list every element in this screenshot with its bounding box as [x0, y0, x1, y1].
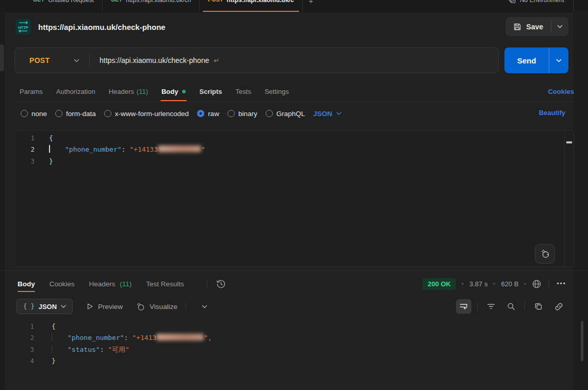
chevron-down-icon	[74, 59, 79, 62]
tab-scripts[interactable]: Scripts	[199, 82, 222, 101]
sidebar-expand-handle[interactable]	[0, 44, 4, 71]
response-editor-actions	[456, 299, 566, 314]
chevron-down-icon	[61, 305, 66, 308]
response-history-button[interactable]	[216, 279, 226, 289]
radio-x-www-form-urlencoded[interactable]: x-www-form-urlencoded	[104, 110, 189, 118]
beautify-link[interactable]: Beautify	[539, 109, 565, 117]
request-tab-3-active[interactable]: POST https://api.xiaomu.uk/c	[200, 0, 302, 12]
raw-format-dropdown[interactable]: JSON	[313, 110, 341, 118]
request-tab-2[interactable]: GET https://api.xiaomu.uk/ch	[103, 0, 200, 12]
tab-tests[interactable]: Tests	[236, 82, 251, 101]
separator-dot	[524, 283, 526, 285]
separator-dot	[493, 283, 495, 285]
copy-link-button[interactable]	[551, 299, 566, 314]
response-body-viewer[interactable]: 1 { 2 "phone_number": "+1413", 3 "status…	[14, 319, 574, 390]
cookies-link[interactable]: Cookies	[548, 82, 574, 101]
response-tab-test-results[interactable]: Test Results	[146, 275, 184, 293]
preview-button[interactable]: Preview	[86, 303, 123, 311]
method-badge: POST	[208, 0, 223, 4]
wrap-text-button[interactable]	[456, 299, 471, 314]
filter-button[interactable]	[483, 299, 499, 314]
text-cursor	[49, 145, 50, 153]
divider	[549, 280, 549, 288]
radio-binary[interactable]: binary	[227, 110, 257, 118]
tab-body-active[interactable]: Body	[161, 82, 186, 101]
response-time: 3.87 s	[469, 280, 487, 288]
environment-label: No Environment	[520, 0, 564, 4]
radio-circle-icon	[21, 110, 28, 117]
section-resize-divider[interactable]	[0, 270, 588, 271]
url-bar: POST https://api.xiaomu.uk/check-phone ↵	[14, 47, 499, 73]
divider	[477, 302, 478, 311]
radio-circle-icon	[55, 110, 62, 117]
network-info-button[interactable]	[532, 279, 542, 289]
method-dropdown-button[interactable]	[74, 59, 79, 62]
response-section-tabs: Body Cookies Headers (11) Test Results	[18, 273, 226, 294]
radio-circle-icon	[104, 110, 111, 117]
response-size: 620 B	[501, 280, 518, 288]
radio-form-data[interactable]: form-data	[55, 110, 96, 118]
code-line: 1 {	[15, 133, 574, 144]
enter-key-hint: ↵	[214, 57, 219, 64]
send-button-group: Send	[504, 47, 568, 73]
window-scrollbar-thumb[interactable]	[581, 321, 583, 361]
chevron-down-icon	[557, 25, 563, 28]
send-button[interactable]: Send	[504, 47, 549, 73]
editor-scrollbar-thumb[interactable]	[566, 141, 572, 143]
copy-button[interactable]	[531, 299, 546, 314]
tab-settings[interactable]: Settings	[265, 82, 289, 101]
request-tab-strip: GET Untitled Request GET https://api.xia…	[25, 0, 319, 12]
globe-icon	[532, 279, 542, 289]
response-headers-count-badge: (11)	[120, 280, 132, 288]
headers-count-badge: (11)	[137, 88, 148, 95]
url-input[interactable]: https://api.xiaomu.uk/check-phone	[100, 56, 209, 64]
chevron-down-icon	[336, 112, 341, 115]
editor-scrollbar-track[interactable]	[564, 131, 574, 267]
method-badge: GET	[111, 0, 122, 4]
http-request-icon: HTTP	[15, 19, 31, 35]
method-selector[interactable]: POST	[15, 56, 74, 64]
radio-raw-selected[interactable]: raw	[197, 110, 219, 118]
radio-circle-icon	[227, 110, 235, 117]
radio-circle-icon	[266, 110, 273, 117]
response-tab-headers[interactable]: Headers (11)	[89, 275, 132, 293]
response-format-dropdown[interactable]: { } JSON	[17, 299, 73, 314]
request-body-editor[interactable]: 1 { 2 "phone_number": "+14133" 3 }	[14, 130, 574, 267]
chevron-down-icon	[556, 59, 562, 62]
body-modified-dot	[182, 90, 186, 93]
more-actions-button[interactable]: •••	[557, 280, 566, 287]
code-line: 3 "status": "可用"	[14, 344, 574, 355]
code-line: 1 {	[14, 321, 574, 332]
environment-selector[interactable]: No Environment	[509, 0, 564, 4]
redacted-phone-blur	[156, 334, 204, 340]
tab-authorization[interactable]: Authorization	[56, 82, 95, 101]
url-divider	[89, 54, 90, 67]
save-options-button[interactable]	[551, 17, 568, 36]
tab-headers[interactable]: Headers (11)	[109, 82, 148, 101]
chevron-down-icon	[202, 305, 207, 308]
method-badge: GET	[33, 0, 44, 4]
tab-params[interactable]: Params	[20, 82, 43, 101]
collapsed-sidebar	[0, 12, 6, 390]
response-tab-body[interactable]: Body	[18, 275, 35, 293]
postbot-assistant-button[interactable]	[535, 244, 555, 264]
divider	[525, 302, 525, 311]
save-floppy-icon	[513, 23, 521, 31]
braces-icon: { }	[23, 303, 35, 310]
more-views-button[interactable]	[202, 305, 207, 308]
link-icon	[554, 302, 563, 311]
redacted-phone-blur	[158, 145, 201, 152]
filter-icon	[487, 303, 495, 310]
response-tab-cookies[interactable]: Cookies	[50, 275, 75, 293]
send-options-button[interactable]	[549, 47, 568, 73]
new-tab-button[interactable]: +	[303, 0, 320, 12]
workspace-tab-bar: GET Untitled Request GET https://api.xia…	[0, 0, 588, 12]
request-name-title[interactable]: https://api.xiaomu.uk/check-phone	[38, 23, 166, 31]
indent-guide	[52, 333, 52, 341]
radio-graphql[interactable]: GraphQL	[266, 110, 305, 118]
search-button[interactable]	[503, 299, 519, 314]
radio-none[interactable]: none	[21, 110, 47, 118]
save-button[interactable]: Save	[505, 17, 551, 36]
request-tab-1[interactable]: GET Untitled Request	[25, 0, 103, 12]
visualize-button[interactable]: Visualize	[136, 302, 177, 311]
